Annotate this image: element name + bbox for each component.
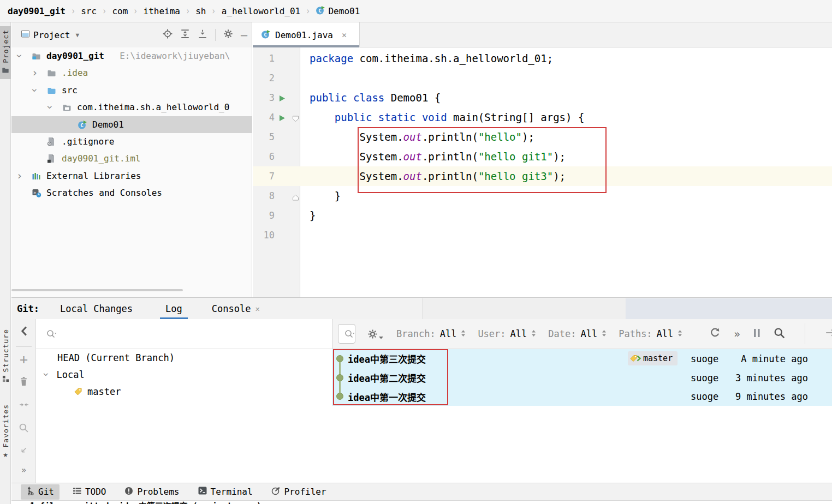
code-line[interactable]: package com.itheima.sh.a_helloworld_01;	[310, 49, 553, 68]
tab-local-changes[interactable]: Local Changes	[49, 298, 144, 320]
chevron-down-icon[interactable]: ›	[45, 104, 55, 110]
breadcrumb-item-itheima[interactable]: itheima	[144, 6, 180, 16]
chevron-down-icon[interactable]: ›	[14, 53, 25, 59]
editor[interactable]: C Demo01.java ✕ 1package com.itheima.sh.…	[253, 22, 832, 297]
breadcrumb-item-day0901_git[interactable]: day0901_git	[8, 6, 66, 16]
tree-item-Scratches-and-Consoles[interactable]: »Scratches and Consoles	[11, 184, 252, 201]
search-icon[interactable]	[774, 327, 785, 341]
tree-item-day0901_git.iml[interactable]: day0901_git.iml	[11, 150, 252, 167]
chevron-down-icon[interactable]: ▼	[75, 32, 79, 39]
tag-icon	[74, 387, 83, 396]
breadcrumb-item-sh[interactable]: sh	[195, 6, 206, 16]
chevron-down-icon[interactable]: ›	[29, 87, 40, 93]
divider	[215, 29, 216, 41]
collapse-all-icon[interactable]	[198, 29, 207, 41]
back-icon[interactable]	[11, 326, 36, 337]
git-log-search-field[interactable]	[36, 319, 332, 349]
fold-marker-icon[interactable]	[292, 193, 299, 203]
add-icon[interactable]: +	[11, 353, 36, 366]
pause-icon[interactable]	[753, 328, 760, 340]
src-folder-icon	[47, 82, 56, 99]
ignore-file-icon	[47, 133, 56, 150]
code-line[interactable]: }	[310, 186, 341, 206]
branch-tag-chip[interactable]: master	[628, 351, 678, 365]
chevron-down-icon[interactable]: ›	[41, 371, 51, 377]
ref-branch-master[interactable]: master	[36, 383, 332, 400]
libraries-icon	[32, 167, 41, 184]
updown-icon	[602, 328, 607, 339]
project-panel-header: Project ▼ —	[11, 22, 252, 47]
git-commits-pane: idea中第三次提交mastersuogeA minute agoidea中第二…	[332, 349, 832, 483]
close-icon[interactable]: ✕	[255, 304, 259, 313]
search-icon[interactable]	[11, 423, 36, 433]
log-settings-button[interactable]	[367, 329, 383, 339]
delete-icon[interactable]	[11, 376, 36, 386]
settings-icon[interactable]	[223, 29, 233, 41]
code-line[interactable]: public class Demo01 {	[310, 88, 441, 107]
tree-item-day0901_git[interactable]: ›day0901_gitE:\ideawork\jiuyeban\	[11, 47, 252, 64]
chevron-right-icon[interactable]: ›	[32, 68, 38, 78]
code-token: public static void	[335, 111, 453, 123]
fold-marker-icon[interactable]	[292, 114, 299, 124]
hide-icon[interactable]: —	[241, 32, 247, 38]
editor-tab-demo01[interactable]: C Demo01.java ✕	[253, 22, 360, 47]
tree-item-label: Demo01	[92, 116, 124, 133]
tree-item-.idea[interactable]: ›.idea	[11, 64, 252, 81]
code-line[interactable]: }	[310, 206, 316, 225]
tool-window-button-project[interactable]: Project	[0, 26, 11, 79]
cherry-pick-icon[interactable]	[825, 328, 832, 340]
filter-date[interactable]: Date:All	[548, 328, 607, 339]
breadcrumb-separator: ›	[71, 5, 75, 16]
toolbar-button-todo[interactable]: TODO	[67, 484, 112, 500]
tool-window-button-structure[interactable]: Structure	[0, 329, 11, 397]
refresh-icon[interactable]	[710, 327, 721, 340]
tree-item-Demo01[interactable]: CDemo01	[11, 116, 252, 133]
close-icon[interactable]: ✕	[342, 30, 347, 40]
project-panel-title[interactable]: Project	[33, 30, 70, 40]
filter-branch[interactable]: Branch:All	[396, 328, 466, 339]
goto-icon[interactable]	[11, 446, 36, 455]
collapse-graph-icon[interactable]	[11, 401, 36, 409]
expand-all-icon[interactable]	[180, 29, 190, 41]
tree-item-External-Libraries[interactable]: ›External Libraries	[11, 167, 252, 184]
local-label: Local	[56, 369, 84, 380]
toolbar-button-terminal[interactable]: Terminal	[193, 484, 258, 500]
ref-local[interactable]: › Local	[36, 366, 332, 383]
breadcrumb-item-a_helloworld_01[interactable]: a_helloworld_01	[222, 6, 301, 16]
toolbar-button-problems[interactable]: Problems	[119, 484, 185, 500]
code-token: com.itheima.sh.a_helloworld_01;	[360, 52, 554, 64]
left-tool-strip: Project Structure Favorites ★	[0, 22, 11, 504]
locate-icon[interactable]	[163, 29, 173, 41]
tree-item-.gitignore[interactable]: .gitignore	[11, 133, 252, 150]
toolbar-button-profiler[interactable]: Profiler	[266, 484, 332, 500]
chevron-right-icon[interactable]: ›	[16, 171, 22, 181]
horizontal-scrollbar[interactable]	[11, 289, 183, 291]
filter-value: All	[657, 328, 674, 339]
filter-paths[interactable]: Paths:All	[619, 328, 682, 339]
breadcrumb-item-src[interactable]: src	[81, 6, 97, 16]
git-branch-icon	[26, 486, 34, 497]
tab-console[interactable]: Console ✕	[201, 298, 271, 320]
breadcrumb-item-Demo01[interactable]: CDemo01	[316, 5, 360, 17]
tool-window-button-favorites[interactable]: Favorites ★	[0, 404, 11, 483]
toolbar-button-label: Terminal	[211, 487, 253, 497]
code-token: package	[310, 52, 360, 64]
tree-item-label: day0901_git.iml	[62, 150, 141, 167]
toolbar-button-git[interactable]: Git	[21, 484, 60, 500]
commit-author: suoge	[691, 391, 718, 402]
run-icon[interactable]	[278, 113, 286, 124]
code-token: public class	[310, 92, 391, 104]
more-icon[interactable]: »	[11, 465, 36, 475]
commit-filter-field[interactable]	[338, 324, 355, 344]
git-tab-strip: Git: Local Changes Log Console ✕	[11, 297, 832, 319]
tree-item-src[interactable]: ›src	[11, 82, 252, 99]
tree-item-com.itheima.sh.a_helloworld_0[interactable]: ›com.itheima.sh.a_helloworld_0	[11, 99, 252, 116]
tree-item-label: Scratches and Consoles	[46, 184, 162, 201]
ref-head[interactable]: HEAD (Current Branch)	[36, 349, 332, 366]
breadcrumb-item-com[interactable]: com	[112, 6, 128, 16]
code-line[interactable]: public static void main(String[] args) {	[310, 107, 584, 127]
filter-user[interactable]: User:All	[478, 328, 536, 339]
run-icon[interactable]	[278, 94, 286, 104]
tab-log[interactable]: Log	[154, 298, 193, 320]
more-icon[interactable]: »	[734, 328, 740, 340]
